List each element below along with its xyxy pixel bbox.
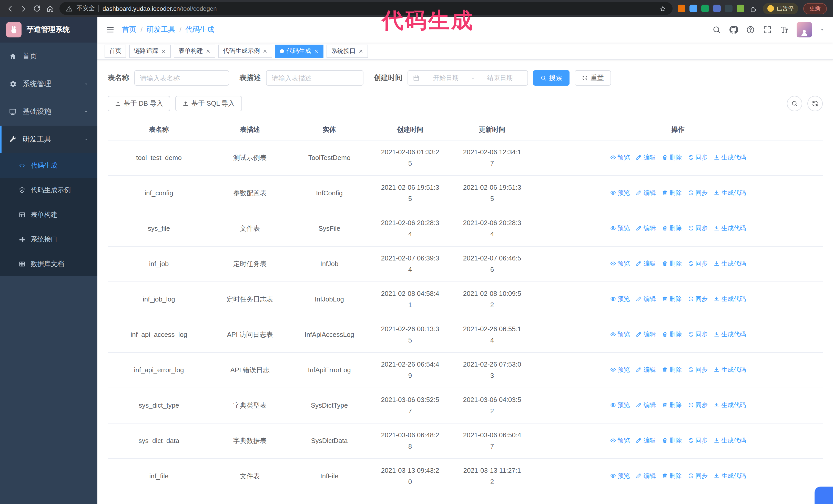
delete-link[interactable]: 删除 — [662, 293, 682, 305]
sidebar-item-db-doc[interactable]: 数据库文档 — [0, 252, 97, 277]
github-icon[interactable] — [729, 25, 738, 34]
sidebar-item-form-builder[interactable]: 表单构建 — [0, 202, 97, 227]
tab-item[interactable]: 表单构建 — [174, 44, 215, 58]
import-db-button[interactable]: 基于 DB 导入 — [108, 96, 170, 111]
sidebar-item-codegen[interactable]: 代码生成 — [0, 153, 97, 178]
generate-code-link[interactable]: 生成代码 — [714, 293, 746, 305]
preview-link[interactable]: 预览 — [610, 329, 630, 340]
hamburger-icon[interactable] — [105, 25, 115, 34]
preview-link[interactable]: 预览 — [610, 258, 630, 269]
preview-link[interactable]: 预览 — [610, 187, 630, 198]
edit-link[interactable]: 编辑 — [636, 222, 656, 234]
edit-link[interactable]: 编辑 — [636, 329, 656, 340]
sync-link[interactable]: 同步 — [688, 222, 708, 234]
table-name-input[interactable] — [134, 70, 229, 86]
edit-link[interactable]: 编辑 — [636, 258, 656, 269]
generate-code-link[interactable]: 生成代码 — [714, 329, 746, 340]
browser-extension-icon[interactable] — [701, 5, 709, 12]
sidebar-item-dev-tools[interactable]: 研发工具 — [0, 126, 97, 153]
bookmark-star-icon[interactable] — [659, 5, 666, 12]
browser-extension-icon[interactable] — [689, 5, 697, 12]
delete-link[interactable]: 删除 — [662, 470, 682, 481]
question-icon[interactable] — [746, 25, 755, 34]
browser-extension-icon[interactable] — [725, 5, 733, 12]
search-button[interactable]: 搜索 — [533, 70, 570, 86]
sidebar-item-system-management[interactable]: 系统管理 — [0, 70, 97, 98]
close-tab-icon[interactable] — [314, 48, 319, 54]
sync-link[interactable]: 同步 — [688, 400, 708, 411]
close-tab-icon[interactable] — [262, 48, 268, 54]
preview-link[interactable]: 预览 — [610, 222, 630, 234]
back-icon[interactable] — [6, 4, 14, 13]
generate-code-link[interactable]: 生成代码 — [714, 435, 746, 446]
delete-link[interactable]: 删除 — [662, 222, 682, 234]
reset-button[interactable]: 重置 — [575, 70, 611, 86]
edit-link[interactable]: 编辑 — [636, 364, 656, 375]
edit-link[interactable]: 编辑 — [636, 293, 656, 305]
sync-link[interactable]: 同步 — [688, 152, 708, 163]
app-logo[interactable]: 芋道管理系统 — [0, 17, 97, 43]
breadcrumb-home[interactable]: 首页 — [122, 25, 136, 34]
preview-link[interactable]: 预览 — [610, 293, 630, 305]
delete-link[interactable]: 删除 — [662, 152, 682, 163]
sync-link[interactable]: 同步 — [688, 187, 708, 198]
breadcrumb-dev-tools[interactable]: 研发工具 — [147, 25, 175, 34]
preview-link[interactable]: 预览 — [610, 400, 630, 411]
sidebar-item-home[interactable]: 首页 — [0, 43, 97, 70]
close-tab-icon[interactable] — [358, 48, 363, 54]
browser-extension-icon[interactable] — [678, 5, 685, 12]
close-tab-icon[interactable] — [161, 48, 166, 54]
close-tab-icon[interactable] — [206, 48, 211, 54]
generate-code-link[interactable]: 生成代码 — [714, 364, 746, 375]
sync-link[interactable]: 同步 — [688, 329, 708, 340]
sync-link[interactable]: 同步 — [688, 293, 708, 305]
preview-link[interactable]: 预览 — [610, 364, 630, 375]
generate-code-link[interactable]: 生成代码 — [714, 152, 746, 163]
browser-extension-icon[interactable] — [737, 5, 744, 12]
tab-item[interactable]: 链路追踪 — [129, 44, 171, 58]
preview-link[interactable]: 预览 — [610, 470, 630, 481]
tab-item[interactable]: 系统接口 — [327, 44, 368, 58]
edit-link[interactable]: 编辑 — [636, 435, 656, 446]
sync-link[interactable]: 同步 — [688, 435, 708, 446]
generate-code-link[interactable]: 生成代码 — [714, 258, 746, 269]
font-size-icon[interactable] — [780, 25, 789, 34]
forward-icon[interactable] — [20, 4, 28, 13]
avatar[interactable] — [796, 22, 812, 38]
address-bar[interactable]: 不安全 dashboard.yudao.iocoder.cn/tool/code… — [60, 2, 672, 15]
sidebar-item-system-api[interactable]: 系统接口 — [0, 227, 97, 252]
generate-code-link[interactable]: 生成代码 — [714, 470, 746, 481]
edit-link[interactable]: 编辑 — [636, 400, 656, 411]
refresh-table-button[interactable] — [807, 96, 823, 111]
delete-link[interactable]: 删除 — [662, 187, 682, 198]
browser-extension-icon[interactable] — [713, 5, 721, 12]
tab-item[interactable]: 代码生成 — [275, 44, 324, 58]
delete-link[interactable]: 删除 — [662, 400, 682, 411]
table-desc-input[interactable] — [266, 70, 363, 86]
tab-item[interactable]: 代码生成示例 — [218, 44, 272, 58]
edit-link[interactable]: 编辑 — [636, 470, 656, 481]
import-sql-button[interactable]: 基于 SQL 导入 — [175, 96, 242, 111]
sidebar-item-infrastructure[interactable]: 基础设施 — [0, 98, 97, 126]
paused-profile-chip[interactable]: 已暂停 — [763, 3, 798, 14]
preview-link[interactable]: 预览 — [610, 435, 630, 446]
edit-link[interactable]: 编辑 — [636, 152, 656, 163]
generate-code-link[interactable]: 生成代码 — [714, 187, 746, 198]
date-range-picker[interactable]: 开始日期 - 结束日期 — [407, 70, 528, 86]
floating-action-button[interactable] — [814, 486, 833, 504]
browser-home-icon[interactable] — [46, 4, 54, 13]
edit-link[interactable]: 编辑 — [636, 187, 656, 198]
fullscreen-icon[interactable] — [763, 25, 772, 34]
puzzle-icon[interactable] — [749, 4, 758, 13]
sync-link[interactable]: 同步 — [688, 364, 708, 375]
sidebar-item-codegen-example[interactable]: 代码生成示例 — [0, 178, 97, 202]
reload-icon[interactable] — [33, 4, 41, 13]
preview-link[interactable]: 预览 — [610, 152, 630, 163]
toggle-search-button[interactable] — [787, 96, 802, 111]
delete-link[interactable]: 删除 — [662, 329, 682, 340]
delete-link[interactable]: 删除 — [662, 364, 682, 375]
tab-item[interactable]: 首页 — [104, 44, 126, 58]
generate-code-link[interactable]: 生成代码 — [714, 222, 746, 234]
chevron-down-icon[interactable] — [820, 27, 825, 32]
delete-link[interactable]: 删除 — [662, 258, 682, 269]
